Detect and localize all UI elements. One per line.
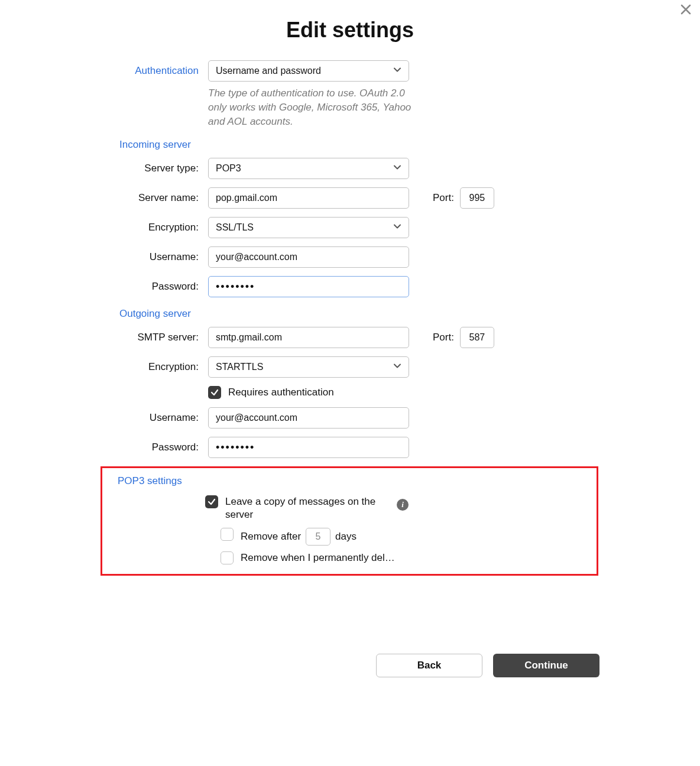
outgoing-port-label: Port: (433, 332, 454, 343)
authentication-label: Authentication (102, 65, 208, 77)
continue-button[interactable]: Continue (493, 654, 599, 677)
smtp-server-input[interactable] (208, 327, 409, 348)
incoming-port-label: Port: (433, 192, 454, 204)
remove-after-suffix: days (335, 531, 357, 543)
server-type-select[interactable] (208, 158, 409, 179)
leave-copy-label: Leave a copy of messages on the server (225, 495, 379, 521)
outgoing-password-label: Password: (102, 442, 208, 453)
outgoing-encryption-select[interactable] (208, 356, 409, 378)
server-name-label: Server name: (102, 192, 208, 204)
remove-after-days-input[interactable] (306, 528, 330, 546)
check-icon (210, 388, 219, 397)
authentication-select[interactable] (208, 60, 409, 82)
incoming-username-input[interactable] (208, 246, 409, 268)
pop3-settings-section: POP3 settings (111, 475, 588, 487)
incoming-password-input[interactable] (208, 276, 409, 297)
incoming-password-label: Password: (102, 281, 208, 293)
requires-auth-checkbox[interactable] (208, 386, 221, 399)
authentication-helper-text: The type of authentication to use. OAuth… (208, 86, 415, 128)
remove-permanent-label: Remove when I permanently del… (241, 551, 395, 564)
server-type-label: Server type: (102, 163, 208, 174)
outgoing-port-input[interactable] (460, 327, 494, 348)
info-icon[interactable]: i (397, 499, 409, 511)
incoming-encryption-select[interactable] (208, 217, 409, 238)
smtp-server-label: SMTP server: (102, 332, 208, 343)
outgoing-server-section: Outgoing server (102, 308, 598, 320)
server-name-input[interactable] (208, 187, 409, 209)
close-icon[interactable] (680, 4, 692, 15)
requires-auth-label: Requires authentication (228, 387, 334, 398)
outgoing-password-input[interactable] (208, 437, 409, 458)
check-icon (208, 498, 216, 506)
incoming-server-section: Incoming server (102, 139, 598, 151)
remove-after-checkbox[interactable] (221, 528, 234, 541)
back-button[interactable]: Back (376, 654, 482, 677)
page-title: Edit settings (102, 18, 598, 43)
incoming-encryption-label: Encryption: (102, 222, 208, 233)
outgoing-username-input[interactable] (208, 407, 409, 429)
leave-copy-checkbox[interactable] (205, 495, 218, 508)
outgoing-username-label: Username: (102, 412, 208, 424)
incoming-username-label: Username: (102, 251, 208, 263)
remove-after-prefix: Remove after (241, 531, 301, 543)
remove-permanent-checkbox[interactable] (221, 551, 234, 564)
outgoing-encryption-label: Encryption: (102, 361, 208, 373)
incoming-port-input[interactable] (460, 187, 494, 209)
pop3-settings-highlight: POP3 settings Leave a copy of messages o… (101, 466, 598, 575)
